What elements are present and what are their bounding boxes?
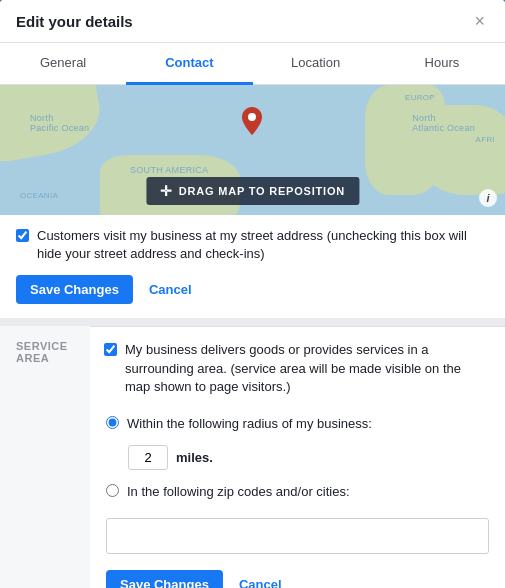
modal-title: Edit your details [16,13,133,30]
service-area-section: Service Area My business delivers goods … [0,318,505,588]
street-address-label: Customers visit my business at my street… [37,227,489,263]
tab-bar: General Contact Location Hours [0,43,505,85]
content-area: NorthPacific Ocean NorthAtlantic Ocean S… [0,85,505,588]
radius-input[interactable] [128,445,168,470]
zip-radio-row: In the following zip codes and/or cities… [106,476,489,508]
drag-icon: ✛ [160,183,173,199]
drag-label: DRAG MAP TO REPOSITION [179,185,345,197]
street-address-buttons: Save Changes Cancel [0,275,505,318]
radius-radio-label: Within the following radius of my busine… [127,414,372,434]
street-address-section: Customers visit my business at my street… [0,215,505,275]
service-area-save-button[interactable]: Save Changes [106,570,223,588]
service-area-checkbox-label: My business delivers goods or provides s… [125,341,489,396]
service-area-checkbox-row: My business delivers goods or provides s… [90,327,505,404]
street-address-checkbox[interactable] [16,229,29,242]
map-label-south-america: SOUTH AMERICA [130,165,208,175]
zip-input[interactable] [106,518,489,554]
map-label-north-atlantic: NorthAtlantic Ocean [412,113,475,133]
service-area-field-label: Service Area [0,326,90,364]
street-address-save-button[interactable]: Save Changes [16,275,133,304]
tab-location[interactable]: Location [253,43,379,85]
map-pin[interactable] [242,107,262,135]
service-area-buttons: Save Changes Cancel [90,560,505,588]
map-label-oceania: OCEANIA [20,191,58,200]
close-button[interactable]: × [470,12,489,30]
radius-radio-group: Within the following radius of my busine… [90,404,505,477]
street-address-cancel-button[interactable]: Cancel [143,275,198,304]
map-label-africa: AFRI [476,135,495,144]
drag-map-overlay[interactable]: ✛ DRAG MAP TO REPOSITION [146,177,359,205]
modal: Edit your details × General Contact Loca… [0,0,505,588]
modal-header: Edit your details × [0,0,505,43]
radius-input-row: miles. [106,439,489,476]
radius-radio-row: Within the following radius of my busine… [106,408,489,440]
radius-radio[interactable] [106,416,119,429]
service-area-cancel-button[interactable]: Cancel [233,570,288,588]
tab-general[interactable]: General [0,43,126,85]
tab-hours[interactable]: Hours [379,43,505,85]
tab-contact[interactable]: Contact [126,43,252,85]
svg-point-0 [248,113,256,121]
zip-radio[interactable] [106,484,119,497]
info-icon: i [486,192,489,204]
service-area-content: My business delivers goods or provides s… [90,326,505,588]
map-background[interactable]: NorthPacific Ocean NorthAtlantic Ocean S… [0,85,505,215]
service-area-checkbox[interactable] [104,343,117,356]
map-label-north-pacific: NorthPacific Ocean [30,113,89,133]
zip-radio-section: In the following zip codes and/or cities… [90,476,505,512]
map-label-europe: EUROP [405,93,435,102]
map-info-button[interactable]: i [479,189,497,207]
zip-radio-label: In the following zip codes and/or cities… [127,482,350,502]
radius-unit: miles. [176,450,213,465]
map-section: NorthPacific Ocean NorthAtlantic Ocean S… [0,85,505,215]
